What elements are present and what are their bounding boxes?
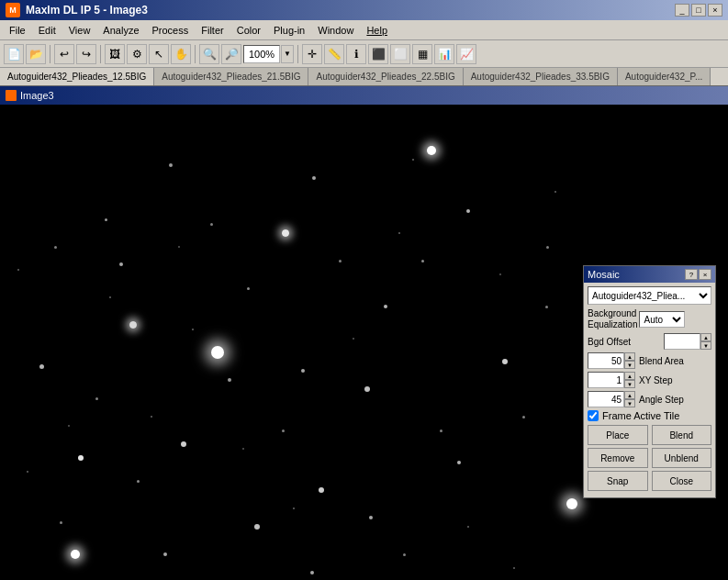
xy-step-down[interactable]: ▼: [624, 380, 635, 388]
star: [301, 369, 305, 373]
toolbar-new[interactable]: 📄: [4, 44, 24, 64]
xy-step-up[interactable]: ▲: [624, 372, 635, 380]
toolbar-measure[interactable]: 📏: [324, 44, 344, 64]
frame-active-tile-checkbox[interactable]: [588, 410, 599, 421]
toolbar-extra3[interactable]: ▦: [412, 44, 432, 64]
star: [178, 246, 180, 248]
toolbar-settings[interactable]: ⚙: [127, 44, 147, 64]
separator-2: [100, 45, 101, 63]
menu-file[interactable]: File: [4, 23, 31, 38]
toolbar-info[interactable]: ℹ: [346, 44, 366, 64]
mosaic-dialog: Mosaic ? × Autoguider432_Pliea... Backgr…: [583, 265, 716, 498]
blend-area-spin: ▲ ▼: [588, 352, 635, 369]
angle-step-spinbtns: ▲ ▼: [624, 391, 635, 407]
bgd-offset-down[interactable]: ▼: [700, 341, 711, 350]
menu-filter[interactable]: Filter: [196, 23, 229, 38]
star: [105, 218, 107, 221]
toolbar-crosshair[interactable]: ✛: [302, 44, 322, 64]
star: [513, 567, 515, 569]
star: [181, 441, 186, 447]
toolbar-zoom-in[interactable]: 🔎: [221, 44, 241, 64]
zoom-dropdown[interactable]: ▼: [281, 45, 294, 63]
toolbar-open[interactable]: 📂: [26, 44, 46, 64]
dialog-close-x-button[interactable]: ×: [699, 269, 711, 280]
zoom-container: ▼: [243, 45, 294, 63]
menu-process[interactable]: Process: [147, 23, 195, 38]
blend-area-row: ▲ ▼ Blend Area: [588, 352, 711, 369]
angle-step-spin: ▲ ▼: [588, 391, 635, 407]
menu-window[interactable]: Window: [312, 23, 359, 38]
maximize-button[interactable]: □: [691, 4, 706, 17]
toolbar-hand[interactable]: ✋: [171, 44, 191, 64]
star: [427, 146, 436, 155]
menu-analyze[interactable]: Analyze: [97, 23, 144, 38]
tab-3[interactable]: Autoguider432_Plieades_33.5BIG: [464, 68, 618, 85]
toolbar-redo[interactable]: ↪: [76, 44, 96, 64]
angle-step-up[interactable]: ▲: [624, 391, 635, 399]
separator-4: [297, 45, 298, 63]
blend-area-spinbtns: ▲ ▼: [624, 352, 635, 369]
blend-area-down[interactable]: ▼: [624, 361, 635, 369]
star: [502, 359, 508, 364]
menu-help[interactable]: Help: [361, 23, 393, 38]
xy-step-input[interactable]: [588, 372, 624, 388]
toolbar-extra4[interactable]: 📊: [434, 44, 454, 64]
separator-1: [50, 45, 50, 63]
tab-0[interactable]: Autoguider432_Plieades_12.5BIG: [0, 68, 154, 85]
bgd-offset-up[interactable]: ▲: [700, 333, 711, 341]
tab-4[interactable]: Autoguider432_P...: [618, 68, 711, 85]
menu-plugin[interactable]: Plug-in: [268, 23, 310, 38]
toolbar-image[interactable]: 🖼: [105, 44, 125, 64]
unblend-button[interactable]: Unblend: [652, 448, 712, 468]
toolbar-undo[interactable]: ↩: [54, 44, 74, 64]
dialog-title-buttons: ? ×: [685, 269, 711, 280]
star: [78, 455, 84, 461]
image-dropdown[interactable]: Autoguider432_Pliea...: [588, 286, 711, 305]
snap-button[interactable]: Snap: [588, 471, 648, 491]
toolbar-zoom-out[interactable]: 🔍: [199, 44, 219, 64]
star: [398, 232, 400, 234]
window-title: MaxIm DL IP 5 - Image3: [26, 4, 669, 17]
angle-step-down[interactable]: ▼: [624, 399, 635, 407]
toolbar-extra1[interactable]: ⬛: [368, 44, 388, 64]
star: [68, 425, 70, 427]
title-bar-buttons: _ □ ×: [675, 4, 722, 17]
star: [421, 260, 424, 262]
star: [137, 480, 140, 483]
star: [319, 487, 324, 493]
place-button[interactable]: Place: [588, 425, 648, 445]
star: [17, 269, 19, 271]
dialog-help-button[interactable]: ?: [685, 269, 698, 280]
menu-edit[interactable]: Edit: [33, 23, 62, 38]
image-dropdown-row: Autoguider432_Pliea...: [588, 286, 711, 305]
bgd-offset-spinbtns: ▲ ▼: [700, 333, 711, 350]
star: [228, 378, 231, 382]
menu-color[interactable]: Color: [231, 23, 266, 38]
blend-area-input[interactable]: [588, 352, 624, 369]
toolbar-extra5[interactable]: 📈: [456, 44, 476, 64]
angle-step-input[interactable]: [588, 391, 624, 407]
star: [60, 521, 62, 524]
blend-button[interactable]: Blend: [652, 425, 712, 445]
toolbar-cursor[interactable]: ↖: [149, 44, 169, 64]
star: [282, 429, 285, 432]
star: [554, 191, 556, 193]
tab-1[interactable]: Autoguider432_Plieades_21.5BIG: [154, 68, 308, 85]
star: [566, 498, 577, 509]
main-content: Image3 Mosaic ? × Autoguider432_Pliea...: [0, 86, 728, 580]
snap-close-row: Snap Close: [588, 471, 711, 491]
close-button[interactable]: ×: [708, 4, 722, 17]
image-title-bar: Image3: [0, 86, 728, 105]
angle-step-label: Angle Step: [639, 395, 684, 405]
bgd-offset-input[interactable]: [664, 333, 700, 350]
minimize-button[interactable]: _: [675, 4, 689, 17]
remove-button[interactable]: Remove: [588, 448, 648, 468]
xy-step-label: XY Step: [639, 375, 673, 385]
tab-2[interactable]: Autoguider432_Plieades_22.5BIG: [308, 68, 463, 85]
toolbar-extra2[interactable]: ⬜: [390, 44, 410, 64]
dialog-close-button[interactable]: Close: [652, 471, 712, 491]
blend-area-up[interactable]: ▲: [624, 352, 635, 361]
zoom-input[interactable]: [243, 45, 280, 63]
menu-view[interactable]: View: [63, 23, 96, 38]
bgd-equalization-select[interactable]: Auto: [639, 311, 685, 328]
